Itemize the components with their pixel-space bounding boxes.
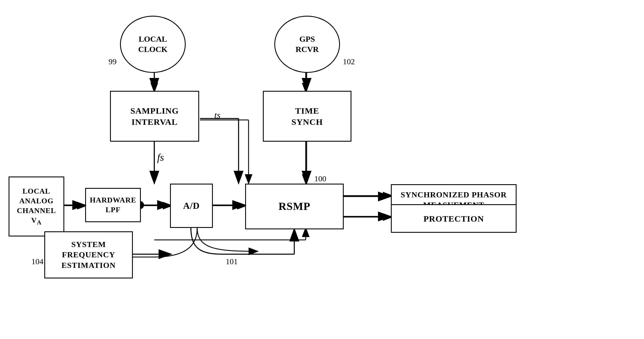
fs-label: fs (157, 151, 164, 163)
sampling-interval-box: SAMPLING INTERVAL (110, 91, 199, 142)
gps-rcvr-label: GPS RCVR (296, 34, 319, 55)
local-analog-label: LOCAL ANALOG CHANNEL VA (17, 186, 56, 226)
protection-box: PROTECTION (391, 204, 517, 233)
rsmp-box: RSMP (245, 184, 344, 229)
time-synch-box: TIME SYNCH (263, 91, 351, 142)
ref-100: 100 (314, 174, 326, 183)
ref-101: 101 (226, 257, 238, 266)
ad-box: A/D (170, 184, 213, 228)
protection-label: PROTECTION (423, 213, 484, 224)
gps-rcvr-node: GPS RCVR (274, 16, 340, 73)
time-synch-label: TIME SYNCH (291, 105, 323, 127)
system-freq-box: SYSTEM FREQUENCY ESTIMATION (44, 231, 133, 278)
ts-label: ts (214, 110, 220, 121)
rsmp-label: RSMP (279, 199, 311, 213)
ad-label: A/D (183, 200, 200, 212)
hardware-lpf-box: HARDWARE LPF (85, 188, 141, 222)
system-freq-label: SYSTEM FREQUENCY ESTIMATION (61, 239, 116, 270)
sampling-interval-label: SAMPLING INTERVAL (130, 105, 179, 127)
ref-99: 99 (109, 57, 117, 66)
hardware-lpf-label: HARDWARE LPF (86, 195, 140, 215)
ref-104: 104 (31, 257, 43, 266)
local-analog-box: LOCAL ANALOG CHANNEL VA (9, 176, 64, 236)
ref-102: 102 (343, 57, 355, 66)
diagram-container: LOCAL CLOCK 99 GPS RCVR 102 SAMPLING INT… (0, 0, 644, 339)
local-clock-node: LOCAL CLOCK (120, 16, 186, 73)
local-clock-label: LOCAL CLOCK (138, 34, 168, 55)
